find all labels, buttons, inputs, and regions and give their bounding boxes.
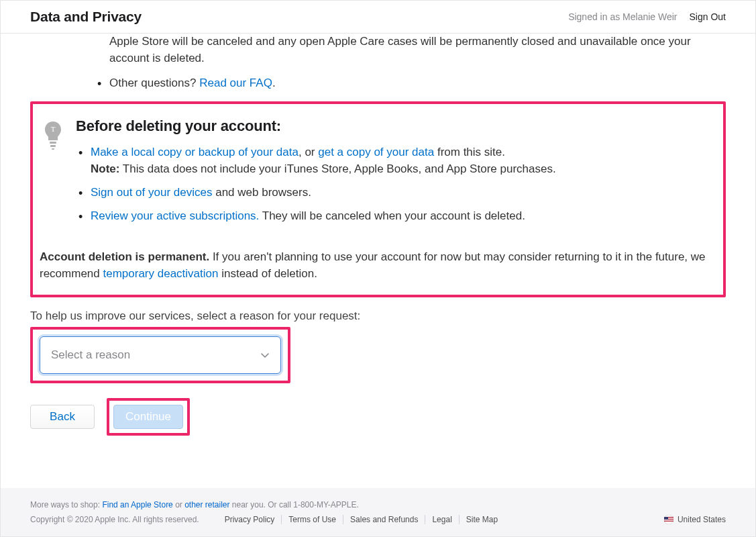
signed-in-text: Signed in as Melanie Weir — [568, 11, 677, 22]
back-button[interactable]: Back — [30, 405, 95, 429]
faq-link[interactable]: Read our FAQ — [199, 77, 272, 89]
region-selector[interactable]: United States — [664, 515, 726, 524]
svg-rect-1 — [50, 145, 56, 147]
temporary-deactivation-link[interactable]: temporary deactivation — [103, 267, 218, 280]
chevron-down-icon — [260, 350, 270, 360]
copyright: Copyright © 2020 Apple Inc. All rights r… — [30, 515, 199, 524]
other-retailer-link[interactable]: other retailer — [184, 500, 229, 509]
svg-rect-7 — [664, 521, 673, 522]
before-delete-highlight: T Before deleting your account: Make a l… — [30, 101, 726, 297]
before-delete-body: Before deleting your account: Make a loc… — [76, 117, 556, 232]
before-delete-section: T Before deleting your account: Make a l… — [40, 117, 710, 232]
backup-data-link[interactable]: Make a local copy or backup of your data — [91, 146, 299, 158]
svg-rect-0 — [50, 142, 56, 144]
find-store-link[interactable]: Find an Apple Store — [102, 500, 172, 509]
main-content: Apple Store will be canceled and any ope… — [1, 34, 755, 449]
header-right: Signed in as Melanie Weir Sign Out — [568, 11, 726, 22]
footer: More ways to shop: Find an Apple Store o… — [1, 488, 755, 536]
footer-link-privacy[interactable]: Privacy Policy — [218, 515, 282, 524]
list-item: Sign out of your devices and web browser… — [76, 185, 556, 201]
footer-links: Privacy Policy Terms of Use Sales and Re… — [218, 515, 505, 524]
sign-out-devices-link[interactable]: Sign out of your devices — [91, 186, 212, 199]
svg-text:T: T — [51, 125, 56, 133]
svg-rect-8 — [664, 517, 668, 520]
review-subscriptions-link[interactable]: Review your active subscriptions. — [91, 209, 259, 222]
lightbulb-icon: T — [42, 120, 64, 156]
select-placeholder: Select a reason — [51, 348, 130, 362]
list-item: Make a local copy or backup of your data… — [76, 144, 556, 178]
reason-label: To help us improve our services, select … — [30, 309, 726, 323]
footer-link-sales[interactable]: Sales and Refunds — [343, 515, 425, 524]
page-title: Data and Privacy — [30, 9, 142, 25]
footer-top: More ways to shop: Find an Apple Store o… — [30, 500, 726, 509]
reason-select[interactable]: Select a reason — [40, 336, 281, 374]
header: Data and Privacy Signed in as Melanie We… — [1, 1, 755, 34]
list-item: Review your active subscriptions. They w… — [76, 208, 556, 225]
note-label: Note: — [91, 162, 119, 175]
footer-link-legal[interactable]: Legal — [425, 515, 459, 524]
svg-rect-2 — [52, 148, 54, 150]
region-label: United States — [678, 515, 726, 524]
sign-out-link[interactable]: Sign Out — [690, 11, 726, 22]
button-row: Back Continue — [30, 398, 726, 436]
footer-link-sitemap[interactable]: Site Map — [460, 515, 504, 524]
before-delete-heading: Before deleting your account: — [76, 117, 556, 135]
list-item: Other questions? Read our FAQ. — [95, 75, 711, 92]
continue-highlight: Continue — [107, 398, 190, 436]
footer-bottom: Copyright © 2020 Apple Inc. All rights r… — [30, 515, 726, 524]
get-copy-link[interactable]: get a copy of your data — [318, 146, 434, 158]
partial-list: Apple Store will be canceled and any ope… — [95, 34, 711, 92]
permanent-label: Account deletion is permanent. — [40, 250, 209, 263]
list-item: Apple Store will be canceled and any ope… — [95, 34, 711, 67]
permanent-notice: Account deletion is permanent. If you ar… — [40, 249, 710, 283]
continue-button[interactable]: Continue — [113, 405, 183, 429]
select-highlight: Select a reason — [30, 327, 290, 383]
flag-icon — [664, 515, 673, 524]
footer-link-terms[interactable]: Terms of Use — [282, 515, 343, 524]
